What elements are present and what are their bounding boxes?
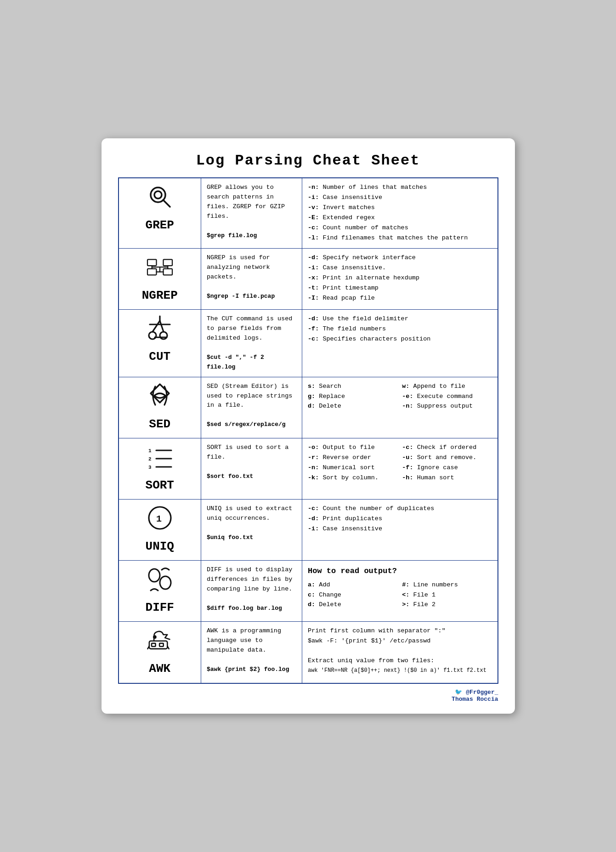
awk-line1: Print first column with separator ":" (308, 626, 492, 636)
footer-name: Thomas Roccia (118, 696, 498, 703)
awk-desc-cell: AWK is a programming language use to man… (201, 622, 302, 683)
grep-icon (124, 183, 196, 214)
sed-description: SED (Stream Editor) is used to replace s… (207, 382, 296, 411)
sed-command: $sed s/regex/replace/g (207, 421, 286, 428)
ngrep-icon-cell: NGREP (119, 248, 201, 309)
sort-icon: 1 2 3 (124, 443, 196, 474)
diff-output-title: How to read output? (308, 565, 492, 577)
sort-desc-cell: SORT is used to sort a file. $sort foo.t… (201, 438, 302, 499)
diff-description: DIFF is used to display differences in f… (207, 565, 296, 594)
sort-label: SORT (124, 476, 196, 494)
svg-line-1 (163, 200, 170, 207)
row-sort: 1 2 3 SORT SORT is used to sort a file. … (119, 438, 498, 499)
sed-icon (124, 382, 196, 413)
svg-rect-31 (159, 643, 164, 647)
sort-flags-grid: -o: Output to file-r: Reverse order-n: N… (308, 443, 492, 483)
row-sed: SED SED (Stream Editor) is used to repla… (119, 377, 498, 438)
svg-point-34 (153, 636, 156, 638)
grep-desc-cell: GREP allows you to search patterns in fi… (201, 178, 302, 248)
sed-icon-cell: SED (119, 377, 201, 438)
diff-command: $diff foo.log bar.log (207, 605, 282, 612)
ngrep-flags-cell: -d: Specify network interface-i: Case in… (302, 248, 498, 309)
sed-flags-col1: s: Searchg: Replaced: Delete (308, 382, 397, 412)
footer-twitter: 🐦 @Fr0gger_ (118, 688, 498, 696)
flag-item: -l: Find filenames that matches the patt… (308, 233, 492, 243)
awk-label: AWK (124, 659, 196, 678)
cut-desc-cell: The CUT command is used to parse fields … (201, 310, 302, 377)
cut-label: CUT (124, 347, 196, 366)
diff-flags-col1: a: Addc: Changed: Delete (308, 580, 397, 611)
diff-icon (124, 565, 196, 596)
flag-item: -h: Human sort (402, 473, 492, 483)
cut-description: The CUT command is used to parse fields … (207, 314, 296, 343)
ngrep-label: NGREP (124, 286, 196, 305)
flag-item: -c: Specifies characters position (308, 335, 492, 344)
page-title: Log Parsing Cheat Sheet (118, 152, 498, 169)
flag-item: -u: Sort and remove. (402, 453, 492, 463)
svg-rect-30 (152, 643, 156, 647)
uniq-description: UNIQ is used to extract uniq occurrences… (207, 504, 296, 523)
diff-desc-cell: DIFF is used to display differences in f… (201, 561, 302, 622)
flag-item: -i: Case insensitive. (308, 263, 492, 273)
sort-flags-col1: -o: Output to file-r: Reverse order-n: N… (308, 443, 397, 483)
flag-item: a: Add (308, 580, 397, 590)
uniq-icon-cell: 1 UNIQ (119, 500, 201, 561)
sort-flags-col2: -c: Check if ordered-u: Sort and remove.… (402, 443, 492, 483)
flag-item: -n: Numerical sort (308, 463, 397, 473)
uniq-flags-cell: -c: Count the number of duplicates-d: Pr… (302, 500, 498, 561)
row-grep: GREP GREP allows you to search patterns … (119, 178, 498, 248)
awk-icon (124, 626, 196, 658)
cut-command: $cut -d "," -f 2 file.log (207, 354, 264, 370)
flag-item: -c: Count the number of duplicates (308, 504, 492, 514)
ngrep-icon (124, 253, 196, 284)
grep-label: GREP (124, 216, 196, 234)
diff-flags-col2: #: Line numbers<: File 1>: File 2 (402, 580, 492, 611)
flag-item: -i: Case insensitive (308, 193, 492, 203)
row-uniq: 1 UNIQ UNIQ is used to extract uniq occu… (119, 500, 498, 561)
flag-item: -d: Specify network interface (308, 253, 492, 263)
flag-item: -I: Read pcap file (308, 294, 492, 303)
flag-item: -t: Print timestamp (308, 284, 492, 293)
svg-rect-4 (163, 259, 172, 266)
flag-item: w: Append to file (402, 382, 492, 392)
awk-line2: Extract uniq value from two files: (308, 656, 492, 666)
uniq-desc-cell: UNIQ is used to extract uniq occurrences… (201, 500, 302, 561)
diff-icon-cell: DIFF (119, 561, 201, 622)
flag-item: -n: Suppress output (402, 402, 492, 411)
flag-item: d: Delete (308, 600, 397, 610)
awk-flags-cell: Print first column with separator ":" $a… (302, 622, 498, 683)
flag-item: <: File 1 (402, 591, 492, 600)
flag-item: g: Replace (308, 392, 397, 402)
diff-flags-grid: a: Addc: Changed: Delete #: Line numbers… (308, 580, 492, 611)
flag-item: -e: Execute command (402, 392, 492, 402)
flag-item: -r: Reverse order (308, 453, 397, 463)
svg-rect-5 (147, 269, 157, 275)
flag-item: -k: Sort by column. (308, 473, 397, 483)
svg-point-27 (149, 569, 160, 582)
ngrep-description: NGREP is used for analyzing network pack… (207, 253, 296, 282)
diff-label: DIFF (124, 598, 196, 617)
svg-point-28 (160, 576, 171, 589)
row-cut: CUT The CUT command is used to parse fie… (119, 310, 498, 377)
grep-icon-cell: GREP (119, 178, 201, 248)
flag-item: -c: Count number of matches (308, 223, 492, 233)
flag-item: -E: Extended regex (308, 213, 492, 223)
ngrep-command: $ngrep -I file.pcap (207, 293, 275, 300)
svg-text:1: 1 (148, 448, 152, 454)
sed-desc-cell: SED (Stream Editor) is used to replace s… (201, 377, 302, 438)
svg-text:1: 1 (156, 514, 162, 524)
flag-item: s: Search (308, 382, 397, 392)
awk-icon-cell: AWK (119, 622, 201, 683)
sort-description: SORT is used to sort a file. (207, 443, 296, 462)
sed-flags-col2: w: Append to file-e: Execute command-n: … (402, 382, 492, 412)
row-awk: AWK AWK is a programming language use to… (119, 622, 498, 683)
awk-description: AWK is a programming language use to man… (207, 626, 296, 655)
row-ngrep: NGREP NGREP is used for analyzing networ… (119, 248, 498, 309)
grep-command: $grep file.log (207, 232, 257, 239)
sed-flags-grid: s: Searchg: Replaced: Delete w: Append t… (308, 382, 492, 412)
footer: 🐦 @Fr0gger_ Thomas Roccia (118, 688, 498, 703)
cut-icon-cell: CUT (119, 310, 201, 377)
svg-point-2 (154, 191, 162, 199)
flag-item: -o: Output to file (308, 443, 397, 453)
flag-item: -x: Print in alternate hexdump (308, 273, 492, 283)
